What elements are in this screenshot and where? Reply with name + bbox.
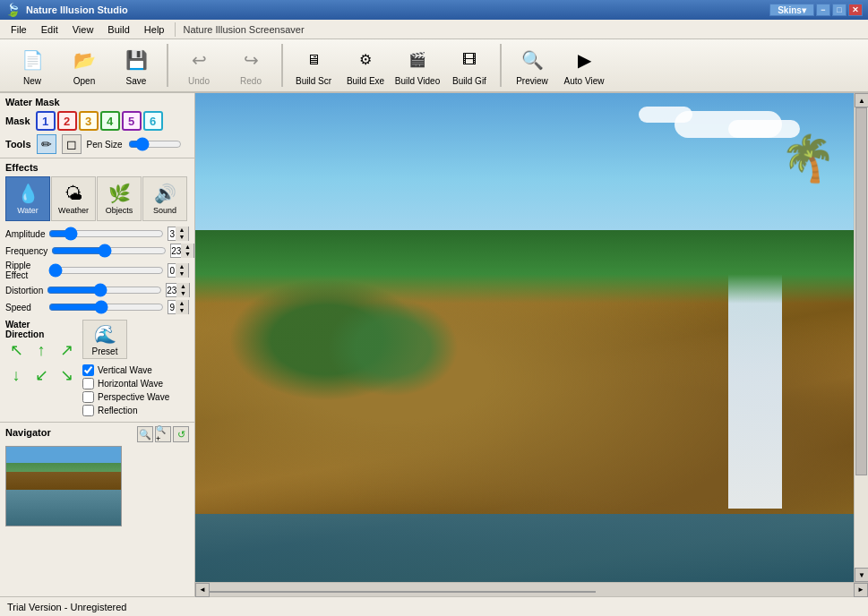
mask-num-3[interactable]: 3 [79,111,99,131]
mask-num-2[interactable]: 2 [57,111,77,131]
refresh-button[interactable]: ↺ [173,426,189,442]
menu-separator [175,22,176,37]
build-scr-button[interactable]: 🖥 Build Scr [288,42,339,89]
toolbar-separator-1 [167,44,168,87]
tab-sound[interactable]: 🔊 Sound [142,176,187,221]
checkbox-vertical-wave[interactable]: Vertical Wave [82,364,189,376]
speed-up[interactable]: ▲ [176,300,188,307]
horizontal-wave-checkbox[interactable] [82,378,94,389]
vertical-wave-label: Vertical Wave [98,365,152,375]
frequency-up[interactable]: ▲ [181,244,193,251]
zoom-in-button[interactable]: 🔍+ [155,426,171,442]
speed-down[interactable]: ▼ [176,307,188,314]
vscroll-thumb[interactable] [855,107,867,475]
title-bar: 🍃 Nature Illusion Studio Skins▾ − □ ✕ [0,0,868,20]
app-title: Nature Illusion Studio [26,4,128,15]
scroll-left-button[interactable]: ◄ [195,583,210,597]
save-button[interactable]: 💾 Save [111,42,161,89]
new-button[interactable]: 📄 New [7,42,57,89]
speed-value-box: 9 ▲ ▼ [168,300,189,314]
maximize-button[interactable]: □ [832,4,847,16]
menu-edit[interactable]: Edit [34,22,65,37]
vertical-scrollbar[interactable]: ▲ ▼ [854,93,868,582]
dir-up[interactable]: ↑ [30,339,52,361]
menu-file[interactable]: File [4,22,34,37]
distortion-up[interactable]: ▲ [176,283,189,290]
build-exe-button[interactable]: ⚙ Build Exe [340,42,391,89]
mask-num-6[interactable]: 6 [143,111,163,131]
amplitude-slider[interactable] [48,227,164,240]
vscroll-track[interactable] [855,107,868,568]
dir-down-right[interactable]: ↘ [56,364,77,386]
open-icon: 📂 [70,46,99,74]
preset-and-checkboxes: 🌊 Preset Vertical Wave Horizontal Wave [82,320,189,418]
build-video-button[interactable]: 🎬 Build Video [392,42,443,89]
amplitude-up[interactable]: ▲ [176,227,188,234]
eraser-tool-button[interactable]: ◻ [62,134,82,154]
checkbox-reflection[interactable]: Reflection [82,405,189,416]
menu-bar: File Edit View Build Help Nature Illusio… [0,20,868,39]
pen-size-slider[interactable] [128,137,182,151]
preset-label: Preset [92,346,118,356]
left-panel: Water Mask Mask 1 2 3 4 5 6 Tools ✏ ◻ Pe… [0,93,195,596]
tab-weather[interactable]: 🌤 Weather [51,176,96,221]
build-gif-button[interactable]: 🎞 Build Gif [444,42,494,89]
dir-down[interactable]: ↓ [5,364,27,386]
canvas-row: 🌴 ▲ ▼ [195,93,868,582]
ripple-value: 0 [168,266,176,276]
minimize-button[interactable]: − [816,4,830,16]
dir-up-right[interactable]: ↗ [56,339,77,361]
scroll-down-button[interactable]: ▼ [855,568,868,582]
frequency-down[interactable]: ▼ [181,251,193,258]
canvas[interactable]: 🌴 [195,93,854,582]
mask-label: Mask [5,116,30,126]
pencil-tool-button[interactable]: ✏ [37,134,56,154]
close-button[interactable]: ✕ [848,4,863,16]
save-icon: 💾 [122,46,150,74]
vertical-wave-checkbox[interactable] [82,364,94,376]
horizontal-scrollbar[interactable]: ◄ ► [195,582,868,596]
auto-view-button[interactable]: ▶ Auto View [559,42,609,89]
reflection-checkbox[interactable] [82,405,94,416]
preset-icon: 🌊 [94,323,116,345]
scroll-up-button[interactable]: ▲ [855,93,868,107]
tools-row: Tools ✏ ◻ Pen Size [5,134,189,154]
ripple-slider[interactable] [48,264,164,277]
distortion-slider[interactable] [47,284,162,296]
mask-num-4[interactable]: 4 [100,111,120,131]
ripple-up[interactable]: ▲ [176,263,188,270]
dir-up-left[interactable]: ↖ [5,339,27,361]
checkbox-perspective-wave[interactable]: Perspective Wave [82,391,189,403]
open-button[interactable]: 📂 Open [59,42,109,89]
speed-slider[interactable] [48,301,164,313]
hscroll-thumb[interactable] [210,591,596,593]
amplitude-down[interactable]: ▼ [176,234,188,241]
navigator-preview-image [6,447,121,526]
frequency-slider[interactable] [51,244,167,257]
scroll-right-button[interactable]: ► [854,583,868,597]
tab-water[interactable]: 💧 Water [5,176,50,221]
preview-button[interactable]: 🔍 Preview [507,42,557,89]
undo-button[interactable]: ↩ Undo [174,42,224,89]
preset-button[interactable]: 🌊 Preset [82,320,127,359]
mask-num-1[interactable]: 1 [36,111,56,131]
menu-build[interactable]: Build [100,22,136,37]
water-tab-icon: 💧 [17,183,39,204]
zoom-out-button[interactable]: 🔍 [137,426,153,442]
tab-objects[interactable]: 🌿 Objects [97,176,142,221]
menu-help[interactable]: Help [137,22,172,37]
perspective-wave-checkbox[interactable] [82,391,94,403]
menu-view[interactable]: View [65,22,101,37]
redo-button[interactable]: ↪ Redo [226,42,276,89]
mask-num-5[interactable]: 5 [122,111,142,131]
skins-button[interactable]: Skins▾ [769,4,814,16]
ripple-value-box: 0 ▲ ▼ [168,263,189,278]
auto-view-icon: ▶ [570,46,598,74]
ripple-down[interactable]: ▼ [176,270,188,278]
toolbar-separator-3 [500,44,502,87]
navigator-preview [5,446,122,526]
distortion-down[interactable]: ▼ [176,290,189,297]
dir-down-left[interactable]: ↙ [30,364,52,386]
water-bottom [195,514,854,582]
checkbox-horizontal-wave[interactable]: Horizontal Wave [82,378,189,389]
